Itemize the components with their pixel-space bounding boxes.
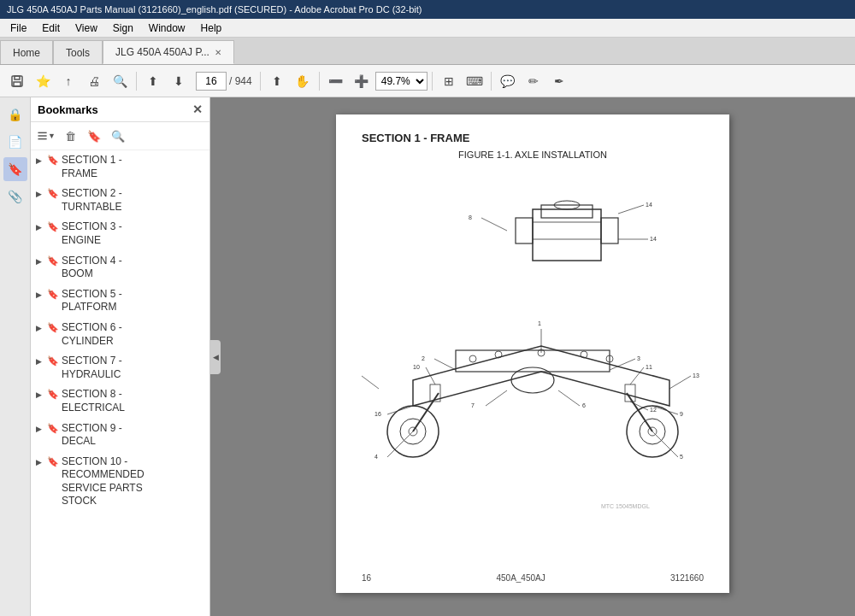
bookmark-section5[interactable]: ▶ 🔖 SECTION 5 -PLATFORM — [31, 285, 209, 318]
bookmark-section1[interactable]: ▶ 🔖 SECTION 1 -FRAME — [31, 150, 209, 184]
svg-point-29 — [469, 355, 476, 362]
bookmark-label: SECTION 10 -RECOMMENDEDSERVICE PARTSSTOC… — [62, 455, 144, 508]
pdf-content: SECTION 1 - FRAME FIGURE 1-1. AXLE INSTA… — [362, 132, 704, 525]
svg-rect-4 — [38, 135, 46, 136]
bookmark-section10[interactable]: ▶ 🔖 SECTION 10 -RECOMMENDEDSERVICE PARTS… — [31, 452, 209, 512]
svg-line-34 — [362, 376, 379, 389]
keyboard-button[interactable]: ⌨ — [463, 69, 486, 93]
hand-tool-button[interactable]: ✋ — [291, 69, 315, 93]
save-button[interactable] — [5, 69, 29, 93]
chevron-icon: ▶ — [36, 324, 44, 332]
bookmarks-panel: Bookmarks ✕ ▼ 🗑 🔖 🔍 ▶ 🔖 SECTION 1 -FRAME — [31, 97, 210, 616]
page-number-footer: 16 — [362, 573, 371, 583]
chevron-icon: ▶ — [36, 390, 44, 399]
tab-document[interactable]: JLG 450A 450AJ P... ✕ — [103, 40, 234, 64]
bookmark-section4[interactable]: ▶ 🔖 SECTION 4 -BOOM — [31, 251, 209, 285]
bm-delete-button[interactable]: 🗑 — [60, 126, 80, 146]
sep5 — [491, 72, 492, 91]
svg-text:2: 2 — [422, 355, 425, 361]
bookmark-section2[interactable]: ▶ 🔖 SECTION 2 -TURNTABLE — [31, 184, 209, 217]
title-text: JLG 450A 450AJ Parts Manual (3121660)_en… — [7, 4, 422, 15]
section-title: SECTION 1 - FRAME — [362, 132, 704, 144]
bookmark-label: SECTION 4 -BOOM — [62, 255, 122, 281]
svg-rect-6 — [533, 209, 601, 261]
bm-new-button[interactable]: 🔖 — [84, 126, 104, 146]
menu-view[interactable]: View — [68, 21, 104, 36]
svg-text:6: 6 — [582, 402, 586, 408]
bm-options-button[interactable]: ▼ — [36, 126, 56, 146]
print-button[interactable]: 🖨 — [82, 69, 106, 93]
bookmark-icon: 🔖 — [47, 389, 59, 400]
bookmarks-icon active[interactable]: 🔖 — [3, 157, 27, 181]
bookmarks-list: ▶ 🔖 SECTION 1 -FRAME ▶ 🔖 SECTION 2 -TURN… — [31, 150, 209, 616]
svg-line-13 — [618, 205, 644, 214]
security-icon[interactable]: 🔒 — [3, 103, 27, 126]
zoom-out-button[interactable]: ➖ — [324, 69, 348, 93]
bm-search-button[interactable]: 🔍 — [108, 126, 128, 146]
svg-rect-11 — [601, 218, 618, 243]
zoom-in-button[interactable]: ➕ — [350, 69, 374, 93]
comment-button[interactable]: 💬 — [496, 69, 520, 93]
prev-page-button[interactable]: ⬆ — [141, 69, 165, 93]
bookmark-label: SECTION 5 -PLATFORM — [62, 288, 122, 314]
svg-text:12: 12 — [650, 407, 657, 413]
svg-rect-7 — [541, 205, 593, 218]
tab-tools[interactable]: Tools — [53, 40, 103, 64]
chevron-icon: ▶ — [36, 290, 44, 299]
select-tool-button[interactable]: ⬆ — [265, 69, 289, 93]
svg-line-17 — [481, 218, 507, 231]
svg-text:16: 16 — [374, 411, 381, 417]
bookmark-icon: 🔖 — [47, 355, 59, 367]
bookmark-icon: 🔖 — [47, 188, 59, 199]
bookmark-section9[interactable]: ▶ 🔖 SECTION 9 -DECAL — [31, 419, 209, 452]
svg-text:MTC 15045MDGL: MTC 15045MDGL — [601, 503, 650, 509]
pdf-footer: 16 450A_450AJ 3121660 — [362, 573, 704, 583]
toolbar: ⭐ ↑ 🖨 🔍 ⬆ ⬇ / 944 ⬆ ✋ ➖ ➕ 49.7% 25% 50% … — [0, 65, 855, 97]
svg-text:4: 4 — [374, 454, 378, 460]
figure-title: FIGURE 1-1. AXLE INSTALLATION — [362, 150, 704, 160]
bookmark-label: SECTION 1 -FRAME — [62, 154, 122, 180]
pages-icon[interactable]: 📄 — [3, 130, 27, 154]
collapse-handle[interactable]: ◀ — [210, 340, 221, 374]
draw-button[interactable]: ✏ — [522, 69, 545, 93]
tab-bar: Home Tools JLG 450A 450AJ P... ✕ — [0, 38, 855, 65]
bookmark-icon: 🔖 — [47, 423, 59, 434]
attachments-icon[interactable]: 📎 — [3, 185, 27, 208]
svg-line-36 — [387, 406, 413, 414]
bookmark-label: SECTION 7 -HYDRAULIC — [62, 355, 122, 381]
bookmark-section8[interactable]: ▶ 🔖 SECTION 8 -ELECTRICAL — [31, 384, 209, 418]
page-number-input[interactable] — [196, 72, 227, 91]
menu-help[interactable]: Help — [194, 21, 229, 36]
menu-sign[interactable]: Sign — [106, 21, 140, 36]
bookmark-section6[interactable]: ▶ 🔖 SECTION 6 -CYLINDER — [31, 318, 209, 351]
more-tools-button[interactable]: ✒ — [547, 69, 571, 93]
tab-close-button[interactable]: ✕ — [215, 48, 221, 57]
bookmark-section7[interactable]: ▶ 🔖 SECTION 7 -HYDRAULIC — [31, 351, 209, 384]
bookmark-section3[interactable]: ▶ 🔖 SECTION 3 -ENGINE — [31, 217, 209, 250]
chevron-icon: ▶ — [36, 425, 44, 433]
tab-home[interactable]: Home — [0, 40, 53, 64]
next-page-button[interactable]: ⬇ — [167, 69, 191, 93]
page-nav: / 944 — [196, 72, 252, 91]
menu-file[interactable]: File — [3, 21, 33, 36]
main-area: 🔒 📄 🔖 📎 Bookmarks ✕ ▼ 🗑 🔖 🔍 — [0, 97, 855, 616]
page-total: / 944 — [229, 75, 252, 87]
bookmark-icon: 🔖 — [47, 322, 59, 333]
bookmark-button[interactable]: ⭐ — [31, 69, 55, 93]
tab-home-label: Home — [13, 47, 40, 59]
fit-page-button[interactable]: ⊞ — [437, 69, 461, 93]
zoom-select[interactable]: 49.7% 25% 50% 75% 100% 150% 200% — [375, 72, 428, 91]
menu-bar: File Edit View Sign Window Help — [0, 19, 855, 38]
find-button[interactable]: 🔍 — [108, 69, 132, 93]
menu-edit[interactable]: Edit — [35, 21, 67, 36]
menu-window[interactable]: Window — [142, 21, 192, 36]
bookmark-icon: 🔖 — [47, 255, 59, 267]
bookmarks-close-button[interactable]: ✕ — [192, 103, 203, 116]
share-button[interactable]: ↑ — [56, 69, 80, 93]
bookmark-label: SECTION 2 -TURNTABLE — [62, 187, 122, 214]
svg-text:14: 14 — [646, 202, 652, 208]
pdf-viewer[interactable]: ◀ SECTION 1 - FRAME FIGURE 1-1. AXLE INS… — [210, 97, 855, 616]
svg-rect-1 — [15, 76, 20, 79]
svg-text:3: 3 — [637, 355, 640, 361]
bookmarks-header: Bookmarks ✕ — [31, 97, 209, 122]
